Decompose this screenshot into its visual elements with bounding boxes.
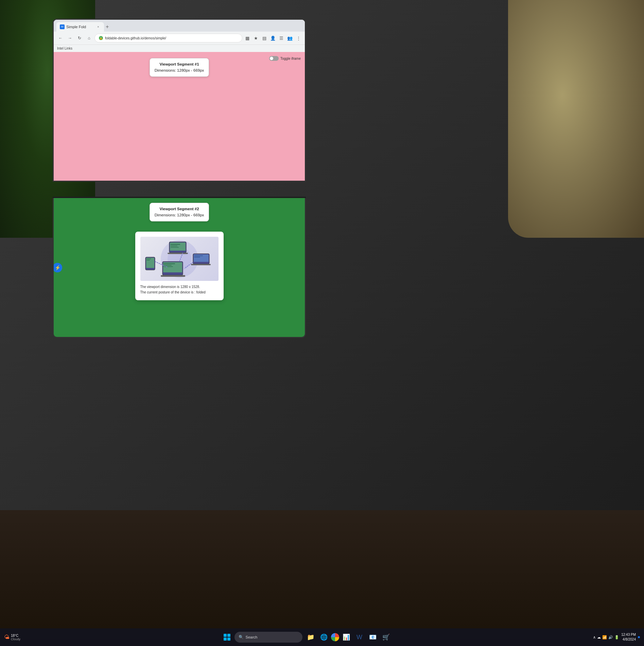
taskbar-center: 🔍 Search 📁 🌐 📊 W 📧 🛒	[22, 631, 592, 643]
svg-rect-15	[146, 258, 151, 259]
menu-icon[interactable]: ⋮	[295, 34, 302, 42]
clock-date: 4/8/2024	[621, 637, 636, 642]
svg-rect-7	[171, 247, 179, 248]
viewport-green-area: Viewport Segment #2 Dimensions: 1280px -…	[54, 198, 305, 337]
taskbar-left: 🌤 18°C Cloudy	[4, 634, 20, 641]
taskbar-search[interactable]: 🔍 Search	[234, 632, 302, 643]
viewport-pink-area: Viewport Segment #1 Dimensions: 1280px -…	[54, 52, 305, 182]
notification-indicator[interactable]	[638, 636, 640, 638]
bookmarks-item[interactable]: Intel Links	[57, 47, 72, 50]
viewport2-dimensions: Dimensions: 1280px - 669px	[155, 212, 204, 218]
url-text: foldable-devices.github.io/demos/simple/	[105, 36, 166, 40]
toggle-label: Toggle iframe	[280, 57, 301, 60]
upper-screen: M Simple Fold × + ← → ↻ ⌂ 🔒 foldable-dev…	[53, 19, 306, 182]
bookmark-icon[interactable]: ★	[252, 34, 260, 42]
taskbar-app-chrome[interactable]	[331, 633, 339, 641]
card-image	[140, 237, 219, 281]
yoda-decoration	[508, 0, 644, 238]
svg-rect-4	[168, 253, 188, 254]
viewport2-info-container: Viewport Segment #2 Dimensions: 1280px -…	[54, 198, 305, 221]
tab-title: Simple Fold	[66, 25, 86, 29]
back-button[interactable]: ←	[56, 34, 65, 42]
system-tray: ∧ ☁ 📶 🔊 🔋	[593, 635, 619, 640]
taskbar-right: ∧ ☁ 📶 🔊 🔋 12:43 PM 4/8/2024	[593, 632, 640, 642]
card-illustration	[140, 238, 219, 279]
clock-time: 12:43 PM	[621, 632, 636, 637]
viewport2-info-box: Viewport Segment #2 Dimensions: 1280px -…	[150, 203, 209, 221]
taskbar-app-store[interactable]: 🛒	[380, 631, 392, 643]
tray-battery-icon: 🔋	[614, 635, 619, 640]
sidebar-icon[interactable]: ☰	[278, 34, 285, 42]
taskbar-search-text: Search	[246, 635, 258, 639]
win-logo-pane-3	[224, 638, 227, 641]
tab-bar: M Simple Fold × +	[54, 20, 305, 32]
windows-logo	[224, 634, 230, 641]
taskbar-search-icon: 🔍	[239, 635, 244, 640]
win-logo-pane-1	[224, 634, 227, 637]
weather-temp: 18°C	[11, 634, 20, 638]
avatar-icon[interactable]: 👥	[286, 34, 294, 42]
address-bar[interactable]: 🔒 foldable-devices.github.io/demos/simpl…	[94, 34, 242, 42]
lower-screen: Viewport Segment #2 Dimensions: 1280px -…	[53, 198, 306, 338]
svg-rect-19	[161, 275, 185, 277]
browser-chrome: M Simple Fold × + ← → ↻ ⌂ 🔒 foldable-dev…	[54, 20, 305, 52]
card-line2: The current posture of the device is : f…	[140, 290, 219, 295]
toggle-iframe-control[interactable]: Toggle iframe	[269, 56, 301, 61]
tab-close-button[interactable]: ×	[96, 24, 101, 29]
tray-speaker-icon: 🔊	[608, 635, 613, 640]
svg-rect-10	[191, 264, 211, 265]
tray-cloud-icon: ☁	[597, 635, 601, 640]
new-tab-button[interactable]: +	[106, 24, 109, 30]
svg-rect-16	[146, 260, 150, 261]
viewport2-title: Viewport Segment #2	[155, 206, 204, 212]
content-card: The viewport dimension is 1280 x 1528. T…	[135, 232, 224, 300]
weather-desc: Cloudy	[11, 638, 20, 641]
weather-widget: 🌤 18°C Cloudy	[4, 634, 20, 641]
taskbar-app-word[interactable]: W	[353, 631, 366, 643]
svg-rect-12	[194, 257, 200, 257]
taskbar-app-outlook[interactable]: 📧	[367, 631, 379, 643]
taskbar-app-files[interactable]: 📁	[304, 631, 317, 643]
card-text: The viewport dimension is 1280 x 1528. T…	[140, 284, 219, 295]
svg-rect-6	[171, 246, 177, 246]
refresh-button[interactable]: ↻	[75, 34, 84, 42]
forward-button[interactable]: →	[66, 34, 74, 42]
tray-up-arrow[interactable]: ∧	[593, 635, 596, 640]
home-button[interactable]: ⌂	[85, 34, 93, 42]
svg-rect-21	[163, 265, 172, 266]
weather-info: 18°C Cloudy	[11, 634, 20, 641]
system-clock: 12:43 PM 4/8/2024	[621, 632, 636, 642]
svg-rect-14	[146, 258, 154, 268]
tray-wifi-icon: 📶	[602, 635, 607, 640]
viewport1-title: Viewport Segment #1	[155, 61, 204, 67]
desk-surface	[0, 510, 644, 646]
svg-rect-5	[171, 244, 180, 245]
svg-rect-20	[163, 263, 175, 264]
start-button[interactable]	[222, 632, 232, 643]
win-logo-pane-2	[227, 634, 230, 637]
weather-icon: 🌤	[4, 634, 10, 640]
svg-rect-3	[170, 243, 186, 251]
toolbar-icons: ▩ ★ ▤ 👤 ☰ 👥 ⋮	[244, 34, 302, 42]
taskbar: 🌤 18°C Cloudy 🔍 Search 📁 🌐	[0, 628, 644, 646]
win-logo-pane-4	[227, 638, 230, 641]
tab-favicon: M	[60, 24, 65, 29]
viewport1-dimensions: Dimensions: 1280px - 669px	[155, 67, 204, 73]
security-icon: 🔒	[99, 36, 103, 40]
taskbar-app-office[interactable]: 📊	[340, 631, 352, 643]
extensions-icon[interactable]: ▤	[261, 34, 268, 42]
laptop-device: M Simple Fold × + ← → ↻ ⌂ 🔒 foldable-dev…	[53, 19, 306, 338]
svg-rect-11	[194, 255, 203, 256]
taskbar-apps: 📁 🌐 📊 W 📧 🛒	[304, 631, 392, 643]
viewport1-info-box: Viewport Segment #1 Dimensions: 1280px -…	[150, 58, 209, 77]
browser-toolbar: ← → ↻ ⌂ 🔒 foldable-devices.github.io/dem…	[54, 32, 305, 44]
bookmarks-bar: Intel Links	[54, 44, 305, 52]
card-line1: The viewport dimension is 1280 x 1528.	[140, 284, 219, 290]
floating-icon: ⚡	[53, 263, 62, 272]
cast-icon[interactable]: ▩	[244, 34, 251, 42]
taskbar-app-edge[interactable]: 🌐	[318, 631, 330, 643]
profile-icon[interactable]: 👤	[269, 34, 277, 42]
browser-tab[interactable]: M Simple Fold ×	[56, 22, 104, 32]
toggle-switch[interactable]	[269, 56, 279, 61]
